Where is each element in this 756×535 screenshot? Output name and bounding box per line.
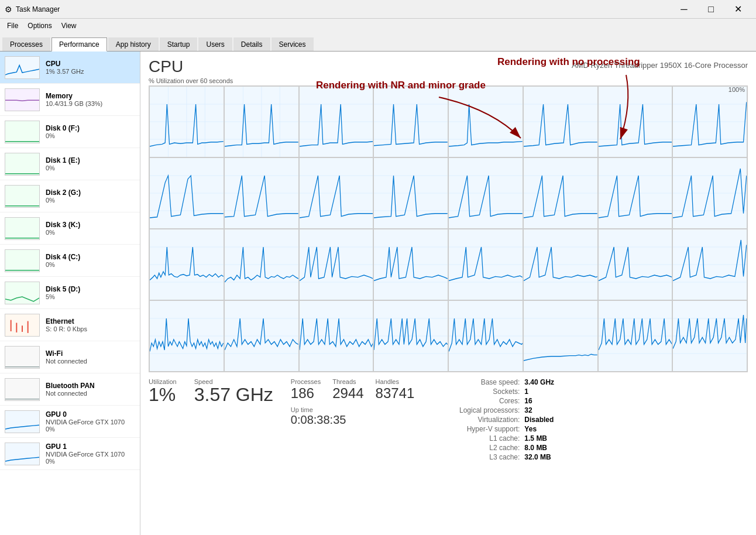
l2-val: 8.0 MB — [524, 444, 547, 452]
threads-section: Threads 2944 — [332, 378, 363, 402]
basespeed-val: 3.40 GHz — [524, 378, 554, 386]
cpu-core-25 — [149, 300, 224, 372]
detail-logical: Logical processors: 32 — [438, 406, 554, 414]
cpu-core-30 — [523, 300, 598, 372]
sidebar-item-bluetooth[interactable]: Bluetooth PAN Not connected — [0, 373, 140, 406]
disk1-info: Disk 1 (E:) 0% — [46, 156, 135, 172]
sidebar-item-cpu[interactable]: CPU 1% 3.57 GHz — [0, 52, 140, 84]
gpu0-info: GPU 0 NVIDIA GeForce GTX 1070 0% — [46, 410, 135, 433]
handles-label: Handles — [376, 378, 415, 385]
tab-startup[interactable]: Startup — [160, 37, 198, 51]
sidebar-item-wifi[interactable]: Wi-Fi Not connected — [0, 341, 140, 373]
cpu-core-21 — [448, 229, 523, 300]
disk0-mini-chart — [5, 121, 40, 143]
menu-view[interactable]: View — [57, 20, 81, 31]
disk4-label: Disk 4 (C:) — [46, 253, 135, 261]
detail-basespeed: Base speed: 3.40 GHz — [438, 378, 554, 386]
sidebar-item-ethernet[interactable]: Ethernet S: 0 R: 0 Kbps — [0, 309, 140, 341]
disk3-mini-chart — [5, 217, 40, 239]
bluetooth-label: Bluetooth PAN — [46, 382, 135, 390]
cpu-core-14 — [523, 157, 598, 229]
sidebar-item-memory[interactable]: Memory 10.4/31.9 GB (33%) — [0, 84, 140, 116]
speed-section: Speed 3.57 GHz — [194, 378, 273, 404]
cpu-core-13 — [448, 157, 523, 229]
threads-label: Threads — [332, 378, 363, 385]
uptime-value: 0:08:38:35 — [291, 413, 415, 427]
l3-val: 32.0 MB — [524, 453, 551, 461]
disk1-mini-chart — [5, 153, 40, 175]
detail-virtualization: Virtualization: Disabled — [438, 416, 554, 424]
utilization-value: 1% — [149, 385, 177, 404]
cpu-label: CPU — [46, 60, 135, 68]
uptime-label: Up time — [291, 406, 415, 413]
tab-apphistory[interactable]: App history — [108, 37, 159, 51]
memory-label: Memory — [46, 92, 135, 100]
app-title: Task Manager — [16, 5, 60, 13]
bluetooth-info: Bluetooth PAN Not connected — [46, 382, 135, 397]
gpu0-percent: 0% — [46, 426, 135, 433]
cores-val: 16 — [524, 397, 532, 405]
disk4-mini-chart — [5, 249, 40, 272]
sidebar-item-disk3[interactable]: Disk 3 (K:) 0% — [0, 212, 140, 245]
menu-file[interactable]: File — [2, 20, 23, 31]
cpu-core-32 — [672, 300, 747, 372]
percent-label: 100% — [728, 86, 745, 93]
memory-mini-chart — [5, 88, 40, 111]
gpu1-info: GPU 1 NVIDIA GeForce GTX 1070 0% — [46, 443, 135, 465]
tab-services[interactable]: Services — [272, 37, 314, 51]
cpu-core-24 — [672, 229, 747, 300]
detail-cores: Cores: 16 — [438, 397, 554, 405]
maximize-button[interactable]: □ — [697, 0, 724, 19]
wifi-mini-chart — [5, 346, 40, 368]
bluetooth-mini-chart — [5, 378, 40, 400]
tab-performance[interactable]: Performance — [51, 37, 107, 52]
memory-info: Memory 10.4/31.9 GB (33%) — [46, 92, 135, 107]
cpu-core-31 — [598, 300, 673, 372]
detail-l2: L2 cache: 8.0 MB — [438, 444, 554, 452]
gpu0-label: GPU 0 — [46, 410, 135, 419]
disk3-label: Disk 3 (K:) — [46, 221, 135, 229]
cpu-core-19 — [299, 229, 374, 300]
title-left: ⚙ Task Manager — [5, 5, 60, 14]
sidebar-item-gpu1[interactable]: GPU 1 NVIDIA GeForce GTX 1070 0% — [0, 438, 140, 470]
tab-details[interactable]: Details — [233, 37, 270, 51]
disk3-detail: 0% — [46, 229, 135, 236]
disk2-mini-chart — [5, 185, 40, 207]
sockets-val: 1 — [524, 387, 528, 396]
processes-label: Processes — [291, 378, 321, 385]
gpu1-detail: NVIDIA GeForce GTX 1070 — [46, 451, 135, 458]
wifi-info: Wi-Fi Not connected — [46, 349, 135, 365]
sidebar-item-disk5[interactable]: Disk 5 (D:) 5% — [0, 277, 140, 309]
cpu-title: CPU — [149, 57, 183, 76]
sidebar-item-disk0[interactable]: Disk 0 (F:) 0% — [0, 116, 140, 148]
cpu-core-4 — [373, 86, 448, 157]
minimize-button[interactable]: ─ — [671, 0, 697, 19]
title-controls: ─ □ ✕ — [671, 0, 751, 19]
processes-value: 186 — [291, 385, 321, 402]
sidebar: CPU 1% 3.57 GHz Memory 10.4/31.9 GB (33%… — [0, 52, 140, 535]
basespeed-key: Base speed: — [438, 378, 520, 386]
sidebar-item-disk2[interactable]: Disk 2 (G:) 0% — [0, 180, 140, 212]
sidebar-item-disk1[interactable]: Disk 1 (E:) 0% — [0, 148, 140, 180]
ethernet-label: Ethernet — [46, 317, 135, 325]
disk0-detail: 0% — [46, 132, 135, 139]
sidebar-item-disk4[interactable]: Disk 4 (C:) 0% — [0, 245, 140, 277]
disk0-info: Disk 0 (F:) 0% — [46, 124, 135, 139]
cpu-core-15 — [598, 157, 673, 229]
gpu0-detail: NVIDIA GeForce GTX 1070 — [46, 419, 135, 426]
tab-users[interactable]: Users — [198, 37, 232, 51]
cpu-info: CPU 1% 3.57 GHz — [46, 60, 135, 75]
sidebar-item-gpu0[interactable]: GPU 0 NVIDIA GeForce GTX 1070 0% — [0, 406, 140, 438]
detail-hyperv: Hyper-V support: Yes — [438, 425, 554, 433]
cpu-core-3 — [299, 86, 374, 157]
cpu-core-2 — [224, 86, 299, 157]
disk1-detail: 0% — [46, 164, 135, 172]
cpu-core-8 — [672, 86, 747, 157]
menu-options[interactable]: Options — [23, 20, 56, 31]
sockets-key: Sockets: — [438, 387, 520, 396]
disk4-detail: 0% — [46, 261, 135, 268]
detail-l3: L3 cache: 32.0 MB — [438, 453, 554, 461]
close-button[interactable]: ✕ — [724, 0, 751, 19]
tab-processes[interactable]: Processes — [2, 37, 50, 51]
disk2-label: Disk 2 (G:) — [46, 188, 135, 197]
